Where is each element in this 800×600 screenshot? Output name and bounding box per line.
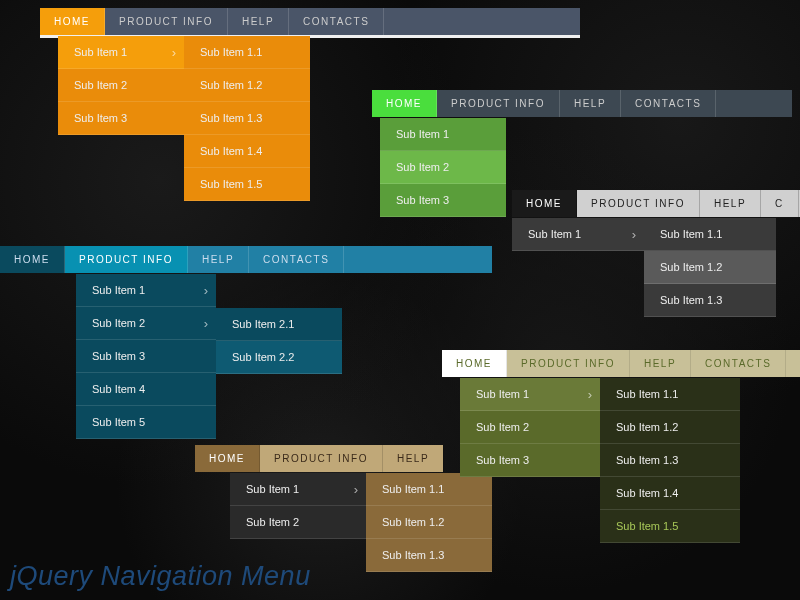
orange-submenu-l2: Sub Item 1.1 Sub Item 1.2 Sub Item 1.3 S… (184, 36, 310, 201)
nav-contacts[interactable]: CONTACTS (289, 8, 384, 35)
teal-menubar: HOME PRODUCT INFO HELP CONTACTS (0, 246, 492, 273)
submenu-item[interactable]: Sub Item 1.4 (184, 135, 310, 168)
gray-menubar: HOME PRODUCT INFO HELP C (512, 190, 800, 217)
page-title: jQuery Navigation Menu (10, 561, 311, 592)
teal-submenu-l1: Sub Item 1 Sub Item 2 Sub Item 3 Sub Ite… (76, 274, 216, 439)
submenu-item[interactable]: Sub Item 1.2 (600, 411, 740, 444)
submenu-item[interactable]: Sub Item 1.1 (184, 36, 310, 69)
nav-contacts[interactable]: CONTACTS (621, 90, 716, 117)
nav-product-info[interactable]: PRODUCT INFO (105, 8, 228, 35)
nav-home[interactable]: HOME (40, 8, 105, 35)
submenu-item[interactable]: Sub Item 2 (76, 307, 216, 340)
nav-help[interactable]: HELP (228, 8, 289, 35)
nav-contacts[interactable]: CONTACTS (249, 246, 344, 273)
submenu-item[interactable]: Sub Item 1.4 (600, 477, 740, 510)
submenu-item[interactable]: Sub Item 1 (58, 36, 184, 69)
green-menubar: HOME PRODUCT INFO HELP CONTACTS (372, 90, 792, 117)
submenu-item[interactable]: Sub Item 2.2 (216, 341, 342, 374)
brown-submenu-l1: Sub Item 1 Sub Item 2 (230, 473, 366, 539)
nav-home[interactable]: HOME (512, 190, 577, 217)
submenu-item[interactable]: Sub Item 1.1 (644, 218, 776, 251)
submenu-item[interactable]: Sub Item 1.3 (366, 539, 492, 572)
submenu-item[interactable]: Sub Item 1.2 (184, 69, 310, 102)
nav-contacts[interactable]: CONTACTS (691, 350, 786, 377)
submenu-item[interactable]: Sub Item 1.2 (644, 251, 776, 284)
submenu-item[interactable]: Sub Item 5 (76, 406, 216, 439)
submenu-item[interactable]: Sub Item 2 (380, 151, 506, 184)
submenu-item[interactable]: Sub Item 1.2 (366, 506, 492, 539)
gray-submenu-l1: Sub Item 1 (512, 218, 644, 251)
submenu-item[interactable]: Sub Item 1.3 (600, 444, 740, 477)
submenu-item[interactable]: Sub Item 3 (58, 102, 184, 135)
nav-help[interactable]: HELP (383, 445, 444, 472)
teal-submenu-l2: Sub Item 2.1 Sub Item 2.2 (216, 308, 342, 374)
nav-help[interactable]: HELP (700, 190, 761, 217)
nav-contacts[interactable]: C (761, 190, 799, 217)
green-submenu: Sub Item 1 Sub Item 2 Sub Item 3 (380, 118, 506, 217)
olive-submenu-l1: Sub Item 1 Sub Item 2 Sub Item 3 (460, 378, 600, 477)
nav-home[interactable]: HOME (0, 246, 65, 273)
submenu-item[interactable]: Sub Item 2 (460, 411, 600, 444)
brown-menubar: HOME PRODUCT INFO HELP (195, 445, 443, 472)
submenu-item[interactable]: Sub Item 2.1 (216, 308, 342, 341)
submenu-item[interactable]: Sub Item 3 (380, 184, 506, 217)
submenu-item[interactable]: Sub Item 2 (230, 506, 366, 539)
nav-help[interactable]: HELP (188, 246, 249, 273)
submenu-item[interactable]: Sub Item 3 (460, 444, 600, 477)
nav-home[interactable]: HOME (195, 445, 260, 472)
submenu-item[interactable]: Sub Item 1.3 (644, 284, 776, 317)
nav-help[interactable]: HELP (560, 90, 621, 117)
submenu-item[interactable]: Sub Item 1.5 (600, 510, 740, 543)
submenu-item[interactable]: Sub Item 1 (512, 218, 644, 251)
nav-home[interactable]: HOME (442, 350, 507, 377)
orange-submenu-l1: Sub Item 1 Sub Item 2 Sub Item 3 (58, 36, 184, 135)
orange-menubar: HOME PRODUCT INFO HELP CONTACTS (40, 8, 580, 38)
nav-product-info[interactable]: PRODUCT INFO (577, 190, 700, 217)
nav-product-info[interactable]: PRODUCT INFO (260, 445, 383, 472)
submenu-item[interactable]: Sub Item 2 (58, 69, 184, 102)
submenu-item[interactable]: Sub Item 1.5 (184, 168, 310, 201)
brown-submenu-l2: Sub Item 1.1 Sub Item 1.2 Sub Item 1.3 (366, 473, 492, 572)
submenu-item[interactable]: Sub Item 3 (76, 340, 216, 373)
olive-submenu-l2: Sub Item 1.1 Sub Item 1.2 Sub Item 1.3 S… (600, 378, 740, 543)
submenu-item[interactable]: Sub Item 1 (230, 473, 366, 506)
nav-product-info[interactable]: PRODUCT INFO (65, 246, 188, 273)
nav-home[interactable]: HOME (372, 90, 437, 117)
olive-menubar: HOME PRODUCT INFO HELP CONTACTS (442, 350, 800, 377)
submenu-item[interactable]: Sub Item 1 (380, 118, 506, 151)
submenu-item[interactable]: Sub Item 4 (76, 373, 216, 406)
gray-submenu-l2: Sub Item 1.1 Sub Item 1.2 Sub Item 1.3 (644, 218, 776, 317)
submenu-item[interactable]: Sub Item 1.3 (184, 102, 310, 135)
nav-product-info[interactable]: PRODUCT INFO (507, 350, 630, 377)
submenu-item[interactable]: Sub Item 1.1 (600, 378, 740, 411)
nav-product-info[interactable]: PRODUCT INFO (437, 90, 560, 117)
submenu-item[interactable]: Sub Item 1 (76, 274, 216, 307)
submenu-item[interactable]: Sub Item 1.1 (366, 473, 492, 506)
submenu-item[interactable]: Sub Item 1 (460, 378, 600, 411)
nav-help[interactable]: HELP (630, 350, 691, 377)
